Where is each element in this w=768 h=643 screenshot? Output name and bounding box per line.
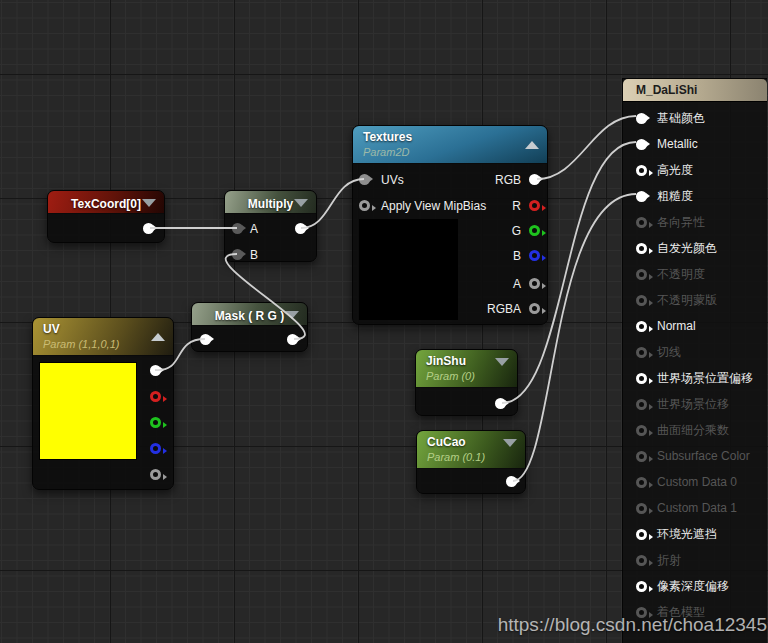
pin-cucao-out[interactable] <box>506 476 517 487</box>
output-row-custom-data-0: Custom Data 0 <box>623 469 767 495</box>
node-cucao-header[interactable]: CuCao Param (0.1) <box>417 431 525 469</box>
output-row-opacity-mask: 不透明蒙版 <box>623 287 767 313</box>
node-uv-param[interactable]: UV Param (1,1,0,1) <box>32 317 174 490</box>
pin-textures-mipbias[interactable] <box>359 200 370 211</box>
output-row-world-position-offset[interactable]: 世界场景位置偏移 <box>623 365 767 391</box>
pin-textures-uvs[interactable] <box>359 174 370 185</box>
output-row-anisotropy: 各向异性 <box>623 209 767 235</box>
pin-emissive[interactable] <box>636 243 647 254</box>
pin-textures-b[interactable] <box>529 250 540 261</box>
pin-ambient-occlusion[interactable] <box>636 529 647 540</box>
pin-textures-r[interactable] <box>529 200 540 211</box>
node-uv-header[interactable]: UV Param (1,1,0,1) <box>33 318 173 356</box>
node-texcoord[interactable]: TexCoord[0] <box>47 190 165 243</box>
pin-uv-r[interactable] <box>150 391 161 402</box>
node-multiply[interactable]: Multiply A B <box>224 190 317 262</box>
pin-texcoord-out[interactable] <box>143 223 154 234</box>
pin-anisotropy <box>636 217 647 228</box>
texture-preview <box>359 219 458 320</box>
pin-textures-rgb[interactable] <box>529 174 540 185</box>
material-graph-canvas[interactable]: M_DaLiShi 基础颜色 Metallic 高光度 粗糙度 各向异性 自发光… <box>0 0 768 643</box>
collapse-arrow-icon[interactable] <box>151 333 165 341</box>
pin-pixel-depth-offset[interactable] <box>636 581 647 592</box>
pin-mask-out[interactable] <box>287 334 298 345</box>
output-row-pixel-depth-offset[interactable]: 像素深度偏移 <box>623 573 767 599</box>
dropdown-arrow-icon[interactable] <box>503 439 517 447</box>
pin-custom-data-1 <box>636 503 647 514</box>
pin-multiply-a[interactable] <box>232 223 243 234</box>
node-texcoord-header[interactable]: TexCoord[0] <box>48 191 164 214</box>
pin-tessellation <box>636 425 647 436</box>
material-result-node[interactable]: M_DaLiShi 基础颜色 Metallic 高光度 粗糙度 各向异性 自发光… <box>622 78 767 643</box>
pin-multiply-out[interactable] <box>295 223 306 234</box>
node-multiply-header[interactable]: Multiply <box>225 191 316 214</box>
pin-mask-in[interactable] <box>200 334 211 345</box>
pin-specular[interactable] <box>636 165 647 176</box>
pin-metallic[interactable] <box>636 139 647 150</box>
dropdown-arrow-icon[interactable] <box>495 358 509 366</box>
pin-tangent <box>636 347 647 358</box>
node-mask-header[interactable]: Mask ( R G ) <box>192 303 307 326</box>
output-row-world-displacement: 世界场景位移 <box>623 391 767 417</box>
output-row-roughness[interactable]: 粗糙度 <box>623 183 767 209</box>
pin-multiply-b[interactable] <box>232 249 243 260</box>
pin-textures-g[interactable] <box>529 225 540 236</box>
output-row-basecolor[interactable]: 基础颜色 <box>623 105 767 131</box>
pin-uv-b[interactable] <box>150 443 161 454</box>
output-row-tessellation: 曲面细分乘数 <box>623 417 767 443</box>
output-row-ambient-occlusion[interactable]: 环境光遮挡 <box>623 521 767 547</box>
pin-custom-data-0 <box>636 477 647 488</box>
node-mask[interactable]: Mask ( R G ) <box>191 302 308 352</box>
pin-uv-a[interactable] <box>150 469 161 480</box>
pin-opacity-mask <box>636 295 647 306</box>
pin-basecolor[interactable] <box>636 113 647 124</box>
dropdown-arrow-icon[interactable] <box>142 199 156 207</box>
output-row-emissive[interactable]: 自发光颜色 <box>623 235 767 261</box>
pin-world-position-offset[interactable] <box>636 373 647 384</box>
output-row-refraction: 折射 <box>623 547 767 573</box>
dropdown-arrow-icon[interactable] <box>294 199 308 207</box>
output-row-specular[interactable]: 高光度 <box>623 157 767 183</box>
output-row-custom-data-1: Custom Data 1 <box>623 495 767 521</box>
pin-roughness[interactable] <box>636 191 647 202</box>
node-textures[interactable]: Textures Param2D UVs Apply View MipBias … <box>352 125 548 325</box>
pin-subsurface-color <box>636 451 647 462</box>
pin-world-displacement <box>636 399 647 410</box>
color-preview <box>39 362 137 460</box>
output-row-opacity: 不透明度 <box>623 261 767 287</box>
material-result-title: M_DaLiShi <box>623 79 767 102</box>
node-jinshu-header[interactable]: JinShu Param (0) <box>416 350 517 388</box>
pin-refraction <box>636 555 647 566</box>
output-row-subsurface-color: Subsurface Color <box>623 443 767 469</box>
output-row-metallic[interactable]: Metallic <box>623 131 767 157</box>
collapse-arrow-icon[interactable] <box>525 141 539 149</box>
output-row-normal[interactable]: Normal <box>623 313 767 339</box>
material-output-list: 基础颜色 Metallic 高光度 粗糙度 各向异性 自发光颜色 不透明度 不透… <box>623 102 767 625</box>
pin-uv-g[interactable] <box>150 417 161 428</box>
pin-normal[interactable] <box>636 321 647 332</box>
pin-jinshu-out[interactable] <box>495 398 506 409</box>
node-cucao[interactable]: CuCao Param (0.1) <box>416 430 526 494</box>
pin-uv-rgb[interactable] <box>150 365 161 376</box>
pin-opacity <box>636 269 647 280</box>
node-jinshu[interactable]: JinShu Param (0) <box>415 349 518 416</box>
pin-textures-rgba[interactable] <box>529 303 540 314</box>
pin-textures-a[interactable] <box>529 278 540 289</box>
watermark-text: https://blog.csdn.net/choa12345 <box>498 614 767 636</box>
output-row-tangent: 切线 <box>623 339 767 365</box>
node-textures-header[interactable]: Textures Param2D <box>353 126 547 164</box>
dropdown-arrow-icon[interactable] <box>285 311 299 319</box>
